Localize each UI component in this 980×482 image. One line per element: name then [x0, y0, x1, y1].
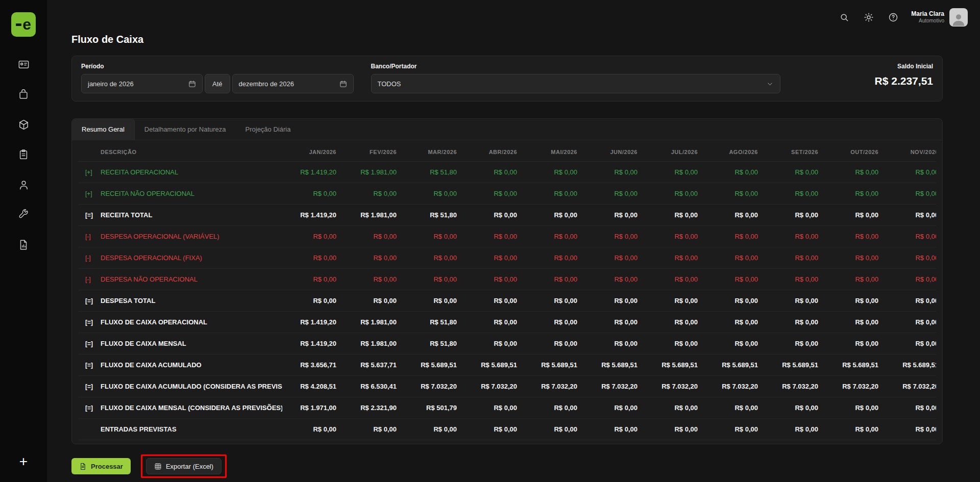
row-label: FLUXO DE CAIXA MENSAL (CONSIDERA AS PREV… — [101, 404, 282, 412]
cell-value: R$ 0,00 — [342, 290, 403, 312]
cell-value: R$ 0,00 — [885, 226, 936, 247]
date-from-input[interactable]: janeiro de 2026 — [81, 74, 203, 93]
cell-value: R$ 0,00 — [463, 183, 523, 205]
sidebar-item-dashboard[interactable] — [13, 58, 34, 72]
cell-value: R$ 0,00 — [583, 269, 644, 290]
cell-value: R$ 51,80 — [403, 205, 463, 226]
cell-value: R$ 0,00 — [824, 333, 885, 354]
cell-value: R$ 0,00 — [764, 162, 824, 183]
bank-select[interactable]: TODOS — [371, 74, 780, 93]
cell-value: R$ 0,00 — [704, 183, 764, 205]
cell-value: R$ 0,00 — [644, 183, 704, 205]
tab-detalhamento-natureza[interactable]: Detalhamento por Natureza — [135, 119, 236, 140]
avatar[interactable] — [949, 8, 968, 27]
cell-value: R$ 0,00 — [824, 269, 885, 290]
add-button[interactable]: + — [0, 454, 47, 469]
cell-value: R$ 5.689,51 — [764, 354, 824, 376]
cell-value: R$ 3.656,71 — [282, 354, 342, 376]
cell-value: R$ 0,00 — [824, 290, 885, 312]
cell-value: R$ 0,00 — [704, 290, 764, 312]
table-scroll-area[interactable]: DESCRIÇÃOJAN/2026FEV/2026MAR/2026ABR/202… — [78, 142, 936, 440]
column-header-month: OUT/2026 — [824, 142, 885, 162]
sidebar-item-reports[interactable] — [13, 239, 34, 253]
cell-value: R$ 5.689,51 — [824, 354, 885, 376]
cell-value: R$ 0,00 — [523, 205, 583, 226]
initial-balance-label: Saldo Inicial — [897, 63, 933, 70]
cell-value: R$ 0,00 — [342, 247, 403, 269]
row-sign: [-] — [85, 255, 101, 262]
cell-value: R$ 0,00 — [463, 419, 523, 440]
cell-value: R$ 0,00 — [282, 290, 342, 312]
cell-value: R$ 0,00 — [885, 162, 936, 183]
sidebar-item-products[interactable] — [13, 118, 34, 133]
user-info: Maria Clara Automotivo — [911, 10, 944, 24]
table-row: ENTRADAS PREVISTASR$ 0,00R$ 0,00R$ 0,00R… — [78, 419, 936, 440]
help-icon[interactable] — [887, 11, 900, 24]
until-label: Até — [205, 74, 230, 93]
tab-projecao-diaria[interactable]: Projeção Diária — [236, 119, 301, 140]
column-header-month: NOV/2026 — [885, 142, 936, 162]
date-to-input[interactable]: dezembro de 2026 — [232, 74, 354, 93]
shopping-bag-icon — [18, 89, 29, 102]
cell-value: R$ 6.530,41 — [342, 376, 403, 397]
user-menu[interactable]: Maria Clara Automotivo — [911, 8, 968, 27]
column-header-month: JUL/2026 — [644, 142, 704, 162]
search-icon[interactable] — [838, 11, 851, 24]
cell-value: R$ 0,00 — [824, 183, 885, 205]
row-label: FLUXO DE CAIXA ACUMULADO — [101, 361, 202, 369]
row-label: FLUXO DE CAIXA MENSAL — [101, 340, 186, 347]
cell-value: R$ 0,00 — [282, 247, 342, 269]
date-from-value: janeiro de 2026 — [88, 80, 134, 88]
theme-sun-icon[interactable] — [862, 11, 875, 24]
table-row: [=]FLUXO DE CAIXA ACUMULADO (CONSIDERA A… — [78, 376, 936, 397]
document-icon — [79, 463, 87, 470]
cell-value: R$ 0,00 — [403, 419, 463, 440]
package-icon — [18, 119, 30, 133]
export-excel-button[interactable]: Exportar (Excel) — [146, 458, 222, 474]
cell-value: R$ 5.637,71 — [342, 354, 403, 376]
cell-value: R$ 5.689,51 — [583, 354, 644, 376]
cell-value: R$ 0,00 — [583, 226, 644, 247]
process-button[interactable]: Processar — [71, 458, 131, 474]
row-sign: [=] — [85, 297, 101, 305]
period-label: Período — [81, 63, 354, 70]
cell-value: R$ 0,00 — [764, 333, 824, 354]
sidebar-item-orders[interactable] — [13, 148, 34, 163]
user-role: Automotivo — [911, 18, 944, 24]
cell-value: R$ 0,00 — [463, 269, 523, 290]
row-label: ENTRADAS PREVISTAS — [101, 425, 177, 433]
cell-value: R$ 51,80 — [403, 162, 463, 183]
process-button-label: Processar — [91, 463, 123, 470]
cell-value: R$ 1.419,20 — [282, 162, 342, 183]
cell-value: R$ 0,00 — [704, 226, 764, 247]
cell-value: R$ 0,00 — [885, 312, 936, 333]
sidebar-item-sales[interactable] — [13, 88, 34, 103]
cell-value: R$ 0,00 — [824, 205, 885, 226]
cell-value: R$ 7.032,20 — [764, 376, 824, 397]
cell-value: R$ 0,00 — [644, 290, 704, 312]
cell-value: R$ 0,00 — [885, 397, 936, 419]
cell-value: R$ 0,00 — [403, 269, 463, 290]
row-label: DESPESA OPERACIONAL (FIXA) — [101, 254, 202, 262]
export-button-label: Exportar (Excel) — [166, 463, 213, 470]
cell-value: R$ 0,00 — [764, 312, 824, 333]
row-label: RECEITA NÃO OPERACIONAL — [101, 190, 194, 197]
cell-value: R$ 0,00 — [704, 333, 764, 354]
cell-value: R$ 0,00 — [403, 183, 463, 205]
cell-value: R$ 1.419,20 — [282, 333, 342, 354]
sidebar-item-tools[interactable] — [13, 209, 34, 223]
sidebar-item-customers[interactable] — [13, 179, 34, 193]
cell-value: R$ 7.032,20 — [644, 376, 704, 397]
cell-value: R$ 0,00 — [342, 269, 403, 290]
tab-resumo-geral[interactable]: Resumo Geral — [72, 119, 135, 140]
cell-value: R$ 5.689,51 — [463, 354, 523, 376]
cell-value: R$ 0,00 — [885, 247, 936, 269]
avatar-person-icon — [951, 11, 966, 27]
cell-value: R$ 0,00 — [282, 226, 342, 247]
id-card-icon — [18, 59, 30, 72]
cell-value: R$ 0,00 — [523, 333, 583, 354]
cell-value: R$ 5.689,51 — [885, 354, 936, 376]
period-group: Período janeiro de 2026 Até dezembro de … — [81, 63, 354, 93]
cell-value: R$ 0,00 — [403, 247, 463, 269]
app-logo[interactable]: e — [11, 12, 36, 37]
